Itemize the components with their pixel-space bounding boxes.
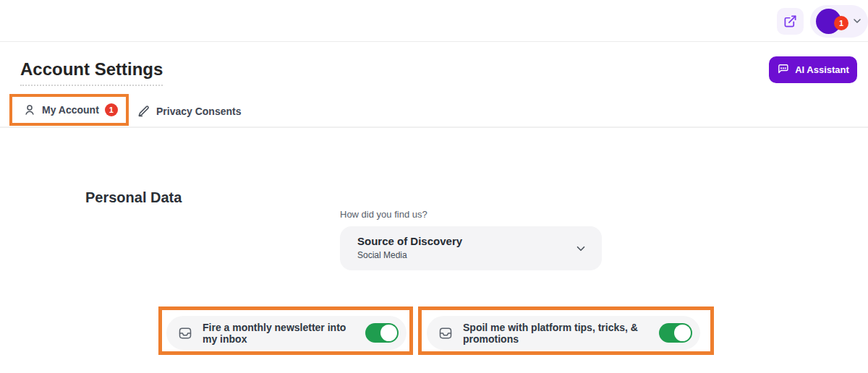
promotions-toggle-switch[interactable] xyxy=(659,323,692,343)
tab-my-account[interactable]: My Account 1 xyxy=(13,96,128,126)
external-link-icon xyxy=(783,14,797,28)
tab-my-account-label: My Account xyxy=(42,104,99,116)
select-selected-value: Social Media xyxy=(357,250,407,260)
switch-knob xyxy=(674,325,691,341)
source-of-discovery-select[interactable]: Source of Discovery Social Media xyxy=(340,226,602,270)
user-menu[interactable]: 1 xyxy=(810,5,868,38)
promotions-toggle-row: Spoil me with platform tips, tricks, & p… xyxy=(427,316,700,350)
ai-assistant-button[interactable]: AI Assistant xyxy=(769,56,857,83)
page-title: Account Settings xyxy=(20,59,163,86)
newsletter-toggle-switch[interactable] xyxy=(365,323,399,343)
newsletter-toggle-row: Fire a monthly newsletter into my inbox xyxy=(166,316,407,350)
topbar-divider xyxy=(0,41,868,42)
person-icon xyxy=(23,103,36,116)
tab-privacy-consents[interactable]: Privacy Consents xyxy=(132,96,247,126)
how-did-you-find-us-label: How did you find us? xyxy=(340,209,427,220)
inbox-tray-icon xyxy=(178,326,192,340)
notification-badge: 1 xyxy=(834,16,848,30)
promotions-toggle-label: Spoil me with platform tips, tricks, & p… xyxy=(463,322,649,345)
chat-bubble-icon xyxy=(777,64,789,76)
tabs-divider xyxy=(0,127,868,128)
switch-knob xyxy=(380,325,397,341)
pen-icon xyxy=(137,105,150,118)
chevron-down-icon xyxy=(851,15,863,27)
open-external-button[interactable] xyxy=(777,8,804,35)
section-title-personal-data: Personal Data xyxy=(85,189,182,206)
tab-my-account-badge: 1 xyxy=(105,103,118,116)
chevron-down-icon xyxy=(574,242,587,255)
tab-privacy-consents-label: Privacy Consents xyxy=(156,106,242,117)
ai-assistant-label: AI Assistant xyxy=(795,64,849,75)
select-label: Source of Discovery xyxy=(357,235,462,247)
inbox-tray-icon xyxy=(438,326,453,340)
newsletter-toggle-label: Fire a monthly newsletter into my inbox xyxy=(203,322,355,345)
